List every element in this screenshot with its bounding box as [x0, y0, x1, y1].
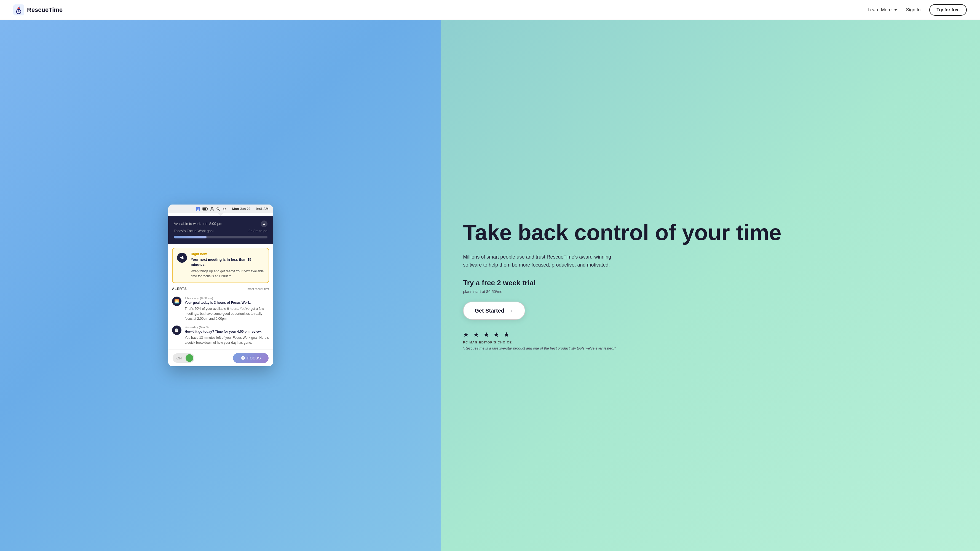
- alert-item: 🌅 1 hour ago (8:00 am) Your goal today i…: [172, 297, 269, 321]
- user-status-icon: [210, 207, 214, 211]
- hero-content: Take back control of your time Millions …: [463, 221, 781, 351]
- phone-status-bar: Mon Jun 22 9:41 AM: [168, 205, 273, 213]
- logo-icon: [13, 5, 24, 16]
- star-rating: ★ ★ ★ ★ ★: [463, 331, 781, 338]
- focus-card-header: Available to work until 8:00 pm ⚙: [174, 221, 267, 227]
- svg-rect-8: [203, 208, 206, 210]
- alert-item-body: You have 13 minutes left of your Focus W…: [185, 335, 269, 345]
- alert-item-content: Yesterday (Mar 3) How'd it go today? Tim…: [185, 326, 269, 345]
- rt-status-icon: [196, 207, 200, 211]
- focus-label: FOCUS: [247, 356, 261, 360]
- logo[interactable]: RescueTime: [13, 5, 63, 16]
- get-started-button[interactable]: Get Started →: [463, 302, 525, 320]
- megaphone-icon: [177, 253, 187, 263]
- hero-section: Mon Jun 22 9:41 AM Available to work unt…: [0, 20, 980, 551]
- alerts-sort-label: most recent first: [247, 287, 269, 291]
- trial-title: Try a free 2 week trial: [463, 279, 781, 287]
- review-alert-icon: 📋: [172, 326, 181, 335]
- learn-more-link[interactable]: Learn More: [868, 7, 897, 13]
- alerts-title: ALERTS: [172, 287, 187, 291]
- hero-right: Take back control of your time Millions …: [441, 20, 980, 551]
- status-icons: [196, 207, 227, 211]
- focus-goal-row: Today's Focus Work goal 2h 3m to go: [174, 229, 267, 233]
- meeting-alert-content: Right now Your next meeting is in less t…: [191, 252, 264, 279]
- rating-badge: PC MAG EDITOR'S CHOICE: [463, 341, 781, 344]
- svg-point-12: [242, 357, 244, 359]
- logo-text: RescueTime: [27, 6, 63, 14]
- focus-icon: [241, 356, 245, 360]
- try-for-free-button[interactable]: Try for free: [929, 4, 967, 16]
- focus-card: Available to work until 8:00 pm ⚙ Today'…: [168, 216, 273, 244]
- alert-item-content: 1 hour ago (8:00 am) Your goal today is …: [185, 297, 269, 321]
- focus-goal-time: 2h 3m to go: [248, 229, 267, 233]
- toggle-circle: [186, 354, 193, 362]
- wifi-icon: [222, 207, 227, 211]
- toggle-off-label: ON: [173, 353, 186, 363]
- alert-item-title: How'd it go today? Time for your 4:00 pm…: [185, 330, 269, 333]
- chevron-down-icon: [894, 9, 897, 11]
- nav-right: Learn More Sign In Try for free: [868, 4, 967, 16]
- progress-bar-background: [174, 236, 267, 238]
- alert-item: 📋 Yesterday (Mar 3) How'd it go today? T…: [172, 326, 269, 345]
- alert-item-time: Yesterday (Mar 3): [185, 326, 269, 329]
- rating-section: ★ ★ ★ ★ ★ PC MAG EDITOR'S CHOICE "Rescue…: [463, 331, 781, 350]
- meeting-alert-card: Right now Your next meeting is in less t…: [172, 248, 269, 283]
- svg-point-11: [183, 257, 184, 258]
- svg-rect-7: [207, 208, 208, 210]
- alerts-section: ALERTS most recent first 🌅 1 hour ago (8…: [168, 287, 273, 345]
- hero-subheadline: Millions of smart people use and trust R…: [463, 253, 617, 269]
- navbar: RescueTime Learn More Sign In Try for fr…: [0, 0, 980, 20]
- signin-link[interactable]: Sign In: [906, 7, 920, 13]
- alerts-header: ALERTS most recent first: [172, 287, 269, 293]
- status-time: 9:41 AM: [256, 207, 269, 211]
- hero-headline: Take back control of your time: [463, 221, 781, 245]
- get-started-label: Get Started: [474, 308, 504, 314]
- price-text: plans start at $6.50/mo: [463, 289, 781, 294]
- goal-alert-icon: 🌅: [172, 297, 181, 306]
- meeting-alert-title: Your next meeting is in less than 15 min…: [191, 257, 264, 267]
- gear-button[interactable]: ⚙: [261, 221, 267, 227]
- progress-bar-fill: [174, 236, 207, 238]
- alert-item-time: 1 hour ago (8:00 am): [185, 297, 269, 300]
- on-off-toggle[interactable]: ON: [173, 353, 195, 363]
- phone-mockup-container: Mon Jun 22 9:41 AM Available to work unt…: [0, 20, 441, 551]
- focus-goal-label: Today's Focus Work goal: [174, 229, 214, 233]
- battery-icon: [202, 207, 208, 211]
- focus-available-text: Available to work until 8:00 pm: [174, 222, 222, 226]
- phone-bottom-bar: ON FOCUS: [168, 349, 273, 366]
- svg-point-9: [211, 207, 213, 209]
- phone-wrapper: Mon Jun 22 9:41 AM Available to work unt…: [168, 205, 273, 366]
- notch-triangle: [218, 213, 223, 216]
- focus-button[interactable]: FOCUS: [233, 353, 269, 363]
- alert-item-title: Your goal today is 3 hours of Focus Work…: [185, 301, 269, 305]
- arrow-right-icon: →: [508, 307, 514, 314]
- rating-quote: "RescueTime is a rare five-star product …: [463, 346, 781, 350]
- meeting-alert-body: Wrap things up and get ready! Your next …: [191, 269, 264, 279]
- status-date: Mon Jun 22: [232, 207, 250, 211]
- search-status-icon: [216, 207, 220, 211]
- phone-frame: Mon Jun 22 9:41 AM Available to work unt…: [168, 205, 273, 366]
- alert-item-body: That's 50% of your available 6 hours. Yo…: [185, 306, 269, 321]
- right-now-label: Right now: [191, 252, 264, 256]
